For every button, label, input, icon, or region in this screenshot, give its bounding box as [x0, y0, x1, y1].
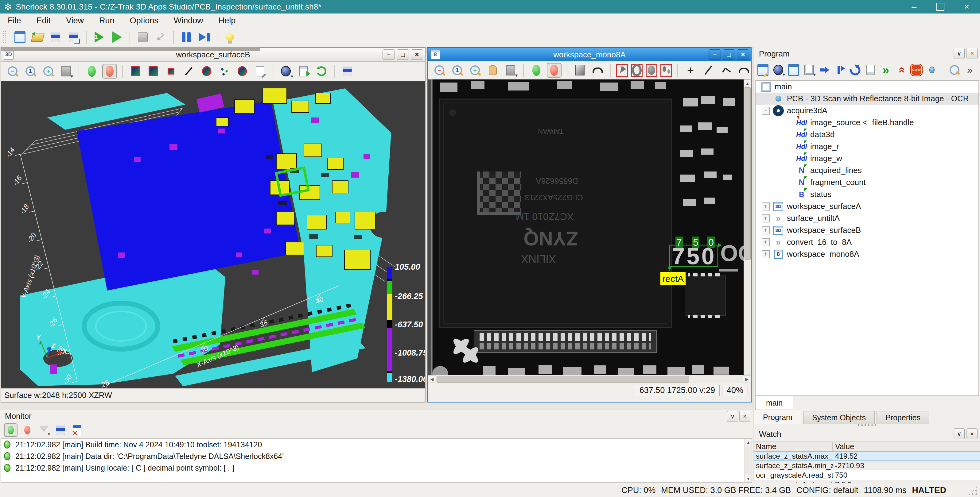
- mono8A-minimize-button[interactable]: –: [709, 49, 721, 60]
- tab-program[interactable]: Program: [754, 410, 801, 424]
- tree-view-icon[interactable]: [802, 63, 816, 77]
- loop-icon[interactable]: [848, 63, 862, 77]
- tree-expander[interactable]: -: [762, 107, 770, 115]
- doc-icon[interactable]: [864, 63, 877, 77]
- surfaceB-maximize-button[interactable]: □: [397, 49, 409, 60]
- tree-expander[interactable]: +: [762, 202, 770, 210]
- plus-icon[interactable]: [683, 63, 698, 78]
- arrow-right-icon[interactable]: [818, 63, 831, 77]
- save-icon[interactable]: [54, 423, 67, 437]
- filter-icon[interactable]: [37, 423, 51, 437]
- shapes-red-icon[interactable]: [660, 64, 672, 77]
- step-icon[interactable]: [197, 30, 212, 44]
- tree-item-main[interactable]: +main: [756, 81, 978, 93]
- tree-item-acquired_lines[interactable]: +acquired_lines: [756, 164, 978, 176]
- menu-item-view[interactable]: View: [58, 13, 91, 28]
- monitor-scrollbar[interactable]: ▲ ▼: [745, 439, 752, 482]
- roi-square-icon[interactable]: [164, 64, 178, 79]
- hscroll-thumb[interactable]: [437, 376, 689, 383]
- program-close-button[interactable]: ×: [966, 48, 978, 59]
- red-ellipse-icon[interactable]: [547, 63, 562, 78]
- monitor-log[interactable]: ▲ ▼ 21:12:02.982 [main] Build time: Nov …: [1, 438, 752, 483]
- tree-expander[interactable]: +: [762, 214, 770, 222]
- menu-item-edit[interactable]: Edit: [29, 13, 59, 28]
- mdi-hscroll-thumb[interactable]: [1, 47, 260, 51]
- stop-sign-icon[interactable]: [910, 63, 923, 77]
- zoom-one-icon[interactable]: [450, 63, 465, 78]
- monitor-close-button[interactable]: ×: [739, 411, 750, 422]
- scroll-up-icon[interactable]: ▲: [745, 439, 752, 446]
- tree-item-image_r[interactable]: +image_r: [756, 141, 978, 152]
- window-workspace-mono8A[interactable]: workspace_mono8A 8 – □ ×: [427, 47, 752, 403]
- surface-3d-view[interactable]: -14 -16 -18 -20 -22 -24 -26 -28 -30 Y-Ax…: [1, 81, 425, 388]
- program-dropdown-button[interactable]: ∨: [954, 48, 965, 59]
- resize-grip[interactable]: [967, 485, 978, 496]
- vscroll-thumb[interactable]: [745, 87, 751, 260]
- tree-item-pcb[interactable]: +PCB - 3D Scan with Reflectance 8-bit Im…: [756, 93, 978, 105]
- zoom-fit-icon[interactable]: [59, 64, 73, 79]
- tree-item-workspace_mono8a[interactable]: +workspace_mono8A: [756, 248, 978, 260]
- green-dot-icon[interactable]: [4, 423, 18, 437]
- roi-edit-icon[interactable]: [253, 64, 267, 79]
- mono8A-maximize-button[interactable]: □: [723, 49, 735, 60]
- scroll-right-icon[interactable]: ▶: [743, 375, 751, 383]
- abort-icon[interactable]: [153, 30, 168, 44]
- zoom-one-icon[interactable]: [23, 64, 38, 79]
- tree-expander[interactable]: +: [762, 250, 770, 258]
- zoom-in-icon[interactable]: [41, 64, 56, 79]
- gray-rect-icon[interactable]: [573, 63, 587, 78]
- menu-item-run[interactable]: Run: [91, 13, 122, 28]
- window-maximize-button[interactable]: [927, 0, 954, 13]
- roi-circle-icon[interactable]: [235, 64, 250, 79]
- bulb-icon[interactable]: [223, 30, 237, 44]
- red-dot-icon[interactable]: [21, 423, 34, 437]
- green-ellipse-icon[interactable]: [84, 64, 99, 79]
- ff-green-icon[interactable]: [879, 63, 892, 77]
- mono8A-vertical-scrollbar[interactable]: ▲ ▼: [744, 79, 751, 382]
- mono8A-title-bar[interactable]: workspace_mono8A 8 – □ ×: [428, 48, 751, 61]
- refresh-icon[interactable]: [314, 64, 329, 79]
- overflow-icon[interactable]: [963, 63, 977, 77]
- tab-system-objects[interactable]: System Objects: [803, 411, 875, 424]
- roi-multi-icon[interactable]: [146, 64, 161, 79]
- surfaceB-close-button[interactable]: ×: [411, 49, 423, 60]
- menu-item-window[interactable]: Window: [166, 13, 211, 28]
- roi-rect-icon[interactable]: [128, 64, 143, 79]
- roi-ellipse-icon[interactable]: [199, 64, 214, 79]
- line2-icon[interactable]: [701, 63, 716, 78]
- watch-splitter-handle[interactable]: [754, 423, 980, 427]
- tree-item-acquire3da[interactable]: -acquire3dA: [756, 105, 978, 117]
- zoom-fit-icon[interactable]: [503, 63, 518, 78]
- tree-item-status[interactable]: +status: [756, 188, 978, 200]
- watch-row[interactable]: ocr_grayscaleA.read_string750: [754, 470, 980, 480]
- menu-item-file[interactable]: File: [0, 13, 29, 28]
- win-new-icon[interactable]: [787, 63, 800, 77]
- window-close-button[interactable]: ×: [954, 0, 980, 13]
- tree-item-convert_16_to_8a[interactable]: +convert_16_to_8A: [756, 236, 978, 248]
- polyline-icon[interactable]: [719, 63, 733, 78]
- watch-row[interactable]: surface_z_statsA.max_z419.52: [754, 451, 980, 461]
- run-once-icon[interactable]: [92, 30, 107, 44]
- watch-row[interactable]: surface_z_statsA.min_z-2710.93: [754, 461, 980, 470]
- zoom-in-icon[interactable]: [468, 63, 482, 78]
- scroll-left-icon[interactable]: ◀: [428, 375, 436, 383]
- title-bar[interactable]: ✻ Sherlock 8.30.01.315 - C:/Z-Trak 3D Ap…: [0, 0, 980, 13]
- run-icon[interactable]: [110, 30, 124, 44]
- monitor-dropdown-button[interactable]: ∨: [727, 411, 738, 422]
- roi-line-icon[interactable]: [181, 64, 196, 79]
- tree-item-workspace_surfacea[interactable]: +workspace_surfaceA: [756, 200, 978, 212]
- donut-red-icon[interactable]: [631, 64, 643, 77]
- mono8A-close-button[interactable]: ×: [737, 49, 749, 60]
- sphere-icon[interactable]: [772, 63, 785, 77]
- watch-column-headers[interactable]: Name Value: [754, 441, 980, 452]
- tree-item-workspace_surfaceb[interactable]: +workspace_surfaceB: [756, 224, 978, 236]
- tab-main-program[interactable]: main: [755, 396, 793, 410]
- tree-item-surface_untilta[interactable]: +surface_untiltA: [756, 212, 978, 224]
- red-ellipse-icon[interactable]: [102, 64, 117, 79]
- mono8A-horizontal-scrollbar[interactable]: ◀ ▶: [428, 375, 751, 383]
- stop-icon[interactable]: [135, 30, 150, 44]
- window-minimize-button[interactable]: –: [901, 0, 927, 13]
- up-red-icon[interactable]: [894, 63, 908, 77]
- tree-item-image_source[interactable]: +image_source <- fileB.handle: [756, 117, 978, 129]
- save-as-icon[interactable]: [66, 30, 81, 44]
